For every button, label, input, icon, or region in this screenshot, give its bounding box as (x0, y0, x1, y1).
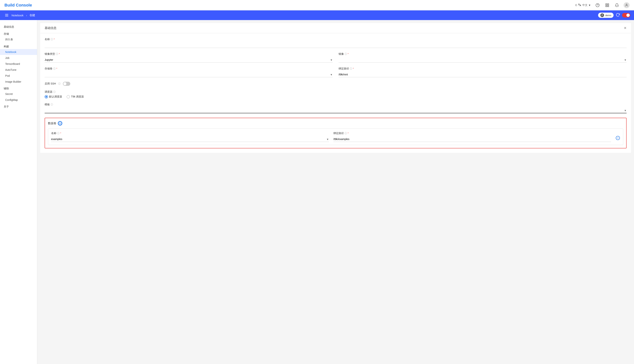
remove-volume-button[interactable] (615, 136, 620, 141)
image-type-label: 镜像类型 ⓘ * (45, 52, 333, 56)
ssh-row: 启用 SSH ⓘ (45, 82, 626, 86)
name-input[interactable] (45, 42, 626, 48)
storage-help-icon[interactable]: ⓘ (53, 67, 56, 70)
volume-mount-help-icon[interactable]: ⓘ (345, 132, 347, 135)
storage-select-wrapper: ▼ (45, 72, 333, 77)
scheduler-label: 调度器 ⓘ (45, 90, 626, 94)
scheduler-help-icon[interactable]: ⓘ (53, 90, 56, 94)
volume-item-row: 名称 ⓘ * examples ▼ (51, 132, 620, 142)
volume-mount-label: 绑定路径 ⓘ * (333, 132, 611, 135)
lang-label: 中文 (582, 4, 587, 7)
volume-name-select[interactable]: examples (51, 136, 329, 142)
grid-button[interactable] (604, 2, 610, 8)
storage-row: 存储卷 ⓘ * ▼ 绑定路径 (45, 67, 626, 77)
image-help-icon[interactable]: ⓘ (345, 52, 347, 56)
sidebar-item-tensorboard[interactable]: TensorBoard (0, 61, 37, 67)
user-avatar (600, 13, 604, 17)
translate-icon: ©️ (575, 4, 577, 7)
storage-field: 存储卷 ⓘ * ▼ (45, 67, 333, 77)
sidebar-section-overview: 基础信息 (0, 23, 37, 30)
mount-path-input[interactable] (339, 72, 626, 77)
svg-rect-5 (607, 6, 609, 6)
section-title: 基础信息 (45, 26, 57, 30)
app-header: Build Console ©️ 中文 ▼ (0, 0, 634, 10)
breadcrumb-create[interactable]: 创建 (30, 14, 35, 17)
image-required: * (348, 53, 349, 55)
volume-name-help-icon[interactable]: ⓘ (57, 132, 60, 135)
scheduler-row: 调度器 ⓘ 默认调度器 T9k 调度器 (45, 90, 626, 98)
svg-rect-3 (607, 4, 609, 5)
main-layout: 基础信息 存储 持久卷 构建 Notebook Job TensorBoard … (0, 20, 634, 364)
image-type-help-icon[interactable]: ⓘ (56, 52, 58, 56)
volume-mount-required: * (348, 132, 349, 135)
image-type-select-wrapper: Jupyter VSCode Custom ▼ (45, 57, 333, 62)
storage-required: * (56, 68, 57, 70)
sidebar-section-storage: 存储 (0, 30, 37, 36)
user-label: demo (605, 14, 611, 17)
account-button[interactable] (623, 2, 629, 8)
ssh-toggle[interactable] (63, 82, 70, 86)
section-header: 基础信息 ✕ (40, 23, 631, 33)
data-volume-header: 数据卷 (48, 121, 623, 126)
scheduler-radio-group: 默认调度器 T9k 调度器 (45, 95, 626, 98)
name-required: * (54, 38, 55, 41)
name-field-row: 名称 ⓘ * (45, 38, 626, 48)
sidebar-item-pod[interactable]: Pod (0, 73, 37, 79)
sidebar-item-configmap[interactable]: ConfigMap (0, 97, 37, 103)
header-right: ©️ 中文 ▼ (575, 2, 629, 8)
data-volume-title: 数据卷 (48, 122, 56, 125)
volume-mount-input[interactable] (333, 136, 611, 142)
volume-name-required: * (60, 132, 61, 135)
image-type-select[interactable]: Jupyter VSCode Custom (45, 57, 333, 62)
image-select[interactable] (339, 57, 626, 62)
app-title: Build Console (5, 3, 32, 8)
volume-mount-field: 绑定路径 ⓘ * (333, 132, 611, 142)
radio-default-circle (45, 95, 48, 98)
mount-path-help-icon[interactable]: ⓘ (350, 67, 352, 70)
sidebar-item-image-builder[interactable]: Image Builder (0, 79, 37, 85)
scheduler-radio-t9k[interactable]: T9k 调度器 (67, 95, 84, 98)
breadcrumb-notebook[interactable]: Notebook (12, 14, 24, 17)
scheduler-t9k-label: T9k 调度器 (71, 95, 84, 98)
svg-point-6 (626, 4, 627, 5)
mount-path-label: 绑定路径 ⓘ * (339, 67, 626, 70)
language-selector[interactable]: ©️ 中文 ▼ (575, 3, 591, 7)
sidebar-item-persistent-volume[interactable]: 持久卷 (0, 36, 37, 43)
close-button[interactable]: ✕ (624, 26, 626, 30)
menu-button[interactable] (4, 12, 10, 18)
name-help-icon[interactable]: ⓘ (51, 38, 53, 41)
help-button[interactable] (594, 2, 600, 8)
user-pill[interactable]: demo (598, 13, 613, 18)
sidebar-section-about: 关于 (0, 103, 37, 109)
sidebar-item-autotune[interactable]: AutoTune (0, 67, 37, 73)
image-type-field: 镜像类型 ⓘ * Jupyter VSCode Custom ▼ (45, 52, 333, 62)
add-volume-button[interactable] (58, 121, 62, 126)
template-select[interactable] (45, 108, 626, 113)
power-toggle[interactable] (622, 13, 630, 18)
sub-header-right: demo (598, 13, 630, 18)
image-label: 镜像 ⓘ * (339, 52, 626, 56)
sub-header: Notebook › 创建 demo (0, 10, 634, 20)
sidebar-item-secret[interactable]: Secret (0, 91, 37, 97)
sidebar-item-job[interactable]: Job (0, 55, 37, 61)
ssh-help-icon[interactable]: ⓘ (58, 82, 61, 86)
mount-path-required: * (353, 68, 354, 70)
form-container: 基础信息 ✕ 名称 ⓘ * 镜像 (40, 23, 631, 153)
volume-name-select-wrapper: examples ▼ (51, 136, 329, 142)
mount-path-field: 绑定路径 ⓘ * (339, 67, 626, 77)
name-label: 名称 ⓘ * (45, 38, 626, 41)
image-type-required: * (59, 53, 60, 55)
sidebar-section-build: 构建 (0, 43, 37, 49)
chevron-down-icon: ▼ (588, 4, 591, 7)
svg-point-10 (602, 14, 603, 15)
storage-select[interactable] (45, 72, 333, 77)
scheduler-default-label: 默认调度器 (49, 95, 62, 98)
scheduler-radio-default[interactable]: 默认调度器 (45, 95, 62, 98)
sidebar: 基础信息 存储 持久卷 构建 Notebook Job TensorBoard … (0, 20, 37, 364)
template-help-icon[interactable]: ⓘ (51, 103, 53, 106)
bell-button[interactable] (614, 2, 620, 8)
refresh-button[interactable] (616, 13, 620, 18)
main-content: 基础信息 ✕ 名称 ⓘ * 镜像 (37, 20, 634, 364)
volume-name-label: 名称 ⓘ * (51, 132, 329, 135)
sidebar-item-notebook[interactable]: Notebook (0, 49, 37, 55)
